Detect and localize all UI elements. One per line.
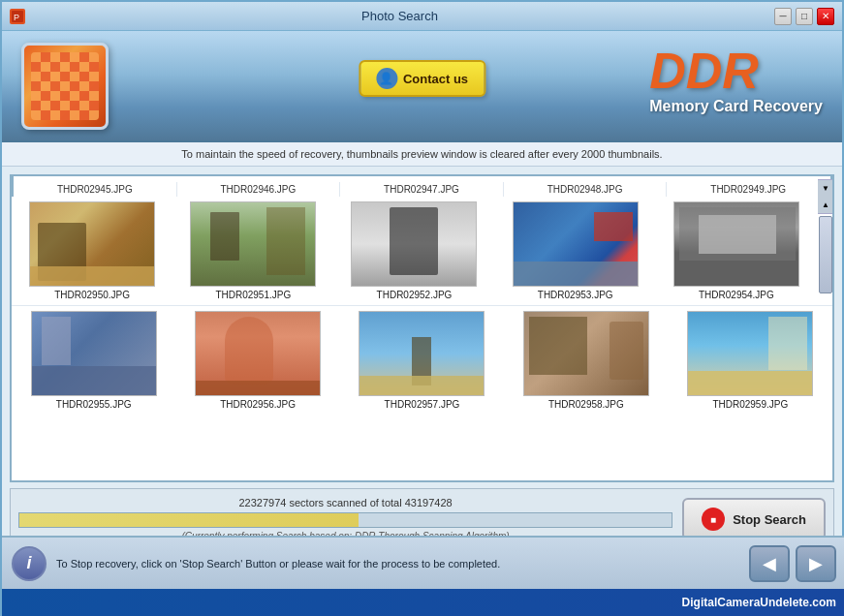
info-bar: To maintain the speed of recovery, thumb… [2,142,842,167]
label-4: THDR02948.JPG [504,182,668,197]
main-content: THDR02945.JPG THDR02946.JPG THDR02947.JP… [2,167,842,558]
photo-thumb-950 [29,201,155,287]
stop-label: Stop Search [733,512,806,527]
app-icon: P [10,9,25,24]
footer: DigitalCameraUndelete.com [2,589,844,616]
brand-subtitle: Memory Card Recovery [649,98,823,115]
photo-label-958: THDR02958.JPG [548,399,624,410]
photo-item[interactable]: THDR02951.JPG [172,197,333,305]
photo-label-951: THDR02951.JPG [215,290,291,300]
label-1: THDR02945.JPG [14,182,177,197]
photo-label-957: THDR02957.JPG [385,399,460,410]
forward-button[interactable]: ▶ [796,545,836,582]
scroll-thumb[interactable] [819,216,832,293]
photo-label-954: THDR02954.JPG [699,290,774,300]
photo-item[interactable]: THDR02955.JPG [12,306,175,415]
label-5: THDR02949.JPG [667,182,830,197]
photo-row-3: THDR02955.JPG THDR02956.JPG THDR02957.JP… [12,305,832,415]
photo-item[interactable]: THDR02952.JPG [333,197,494,305]
progress-bar [18,512,672,528]
photo-thumb-953 [513,201,639,287]
photo-label-959: THDR02959.JPG [712,399,788,410]
photo-thumb-955 [31,311,157,396]
label-2: THDR02946.JPG [177,182,341,197]
info-icon: i [12,546,47,581]
window-title: Photo Search [361,9,438,23]
label-row-1: THDR02945.JPG THDR02946.JPG THDR02947.JP… [12,176,832,197]
photo-label-956: THDR02956.JPG [220,399,296,410]
contact-icon: 👤 [376,68,397,89]
contact-label: Contact us [403,72,468,86]
photo-row-2: THDR02950.JPG THDR02951.JPG THDR02952.JP… [12,197,817,305]
progress-fill [19,513,359,527]
progress-sectors-text: 22327974 sectors scanned of total 431974… [18,497,672,508]
photo-label-955: THDR02955.JPG [56,399,132,410]
photo-thumb-956 [195,311,321,396]
stop-icon: ■ [702,508,725,531]
info-message: To maintain the speed of recovery, thumb… [181,148,662,160]
photo-item[interactable]: THDR02956.JPG [175,306,339,415]
photo-row-2-container: THDR02950.JPG THDR02951.JPG THDR02952.JP… [12,197,832,305]
photo-item[interactable]: THDR02953.JPG [495,197,656,305]
scroll-down[interactable]: ▼ [818,179,833,197]
title-bar: P Photo Search ─ □ ✕ [2,2,842,31]
back-button[interactable]: ◀ [749,545,790,582]
photo-label-952: THDR02952.JPG [377,290,453,300]
svg-text:P: P [14,13,19,22]
photo-label-953: THDR02953.JPG [538,290,613,300]
photo-thumb-959 [687,311,813,396]
brand: DDR Memory Card Recovery [649,46,823,115]
label-3: THDR02947.JPG [340,182,504,197]
header: 👤 Contact us DDR Memory Card Recovery [2,31,842,142]
photo-item[interactable]: THDR02950.JPG [12,197,172,305]
brand-name: DDR [649,46,823,96]
photo-thumb-952 [351,201,477,287]
contact-button[interactable]: 👤 Contact us [359,60,485,97]
photo-label-950: THDR02950.JPG [54,290,130,300]
photo-item[interactable]: THDR02958.JPG [504,306,668,415]
close-button[interactable]: ✕ [817,8,834,25]
window-controls: ─ □ ✕ [774,8,834,25]
bottom-info-text: To Stop recovery, click on 'Stop Search'… [56,558,739,570]
nav-buttons: ◀ ▶ [749,545,836,582]
footer-text: DigitalCameraUndelete.com [682,596,836,609]
photo-thumb-951 [190,201,316,287]
photo-item[interactable]: THDR02957.JPG [340,306,504,415]
stop-search-button[interactable]: ■ Stop Search [682,498,826,540]
minimize-button[interactable]: ─ [774,8,792,25]
photo-thumb-954 [673,201,799,287]
photo-thumb-958 [523,311,649,396]
scroll-up[interactable]: ▲ [818,197,833,214]
photo-thumb-957 [359,311,485,396]
photo-grid-container: THDR02945.JPG THDR02946.JPG THDR02947.JP… [10,174,834,482]
maximize-button[interactable]: □ [796,8,813,25]
photo-item[interactable]: THDR02954.JPG [656,197,817,305]
app-logo [21,43,109,130]
bottom-bar: i To Stop recovery, click on 'Stop Searc… [2,536,844,589]
photo-item[interactable]: THDR02959.JPG [669,306,832,415]
